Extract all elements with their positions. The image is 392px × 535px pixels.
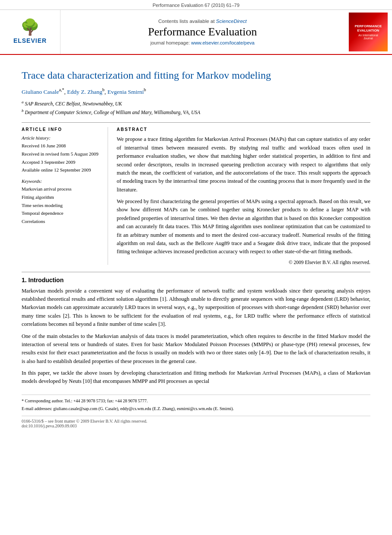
homepage-label: journal homepage: <box>150 40 190 45</box>
sciencedirect-link[interactable]: ScienceDirect <box>216 19 247 24</box>
sciencedirect-line: Contents lists available at ScienceDirec… <box>158 19 247 24</box>
intro-para-1: Markovian models provide a convenient wa… <box>22 287 370 329</box>
elsevier-logo-area: 🌳 ELSEVIER <box>0 10 61 54</box>
introduction-section: 1. Introduction Markovian models provide… <box>22 277 370 386</box>
author-casale: Giuliano Casale <box>22 89 59 95</box>
journal-info-top: Performance Evaluation 67 (2010) 61–79 <box>153 3 239 8</box>
copyright-line: © 2009 Elsevier B.V. All rights reserved… <box>117 260 370 265</box>
article-info-label: ARTICLE INFO <box>22 127 101 132</box>
elsevier-logo: 🌳 ELSEVIER <box>13 19 47 45</box>
sciencedirect-label: Contents lists available at <box>158 19 214 24</box>
two-col-section: ARTICLE INFO Article history: Received 1… <box>22 122 370 264</box>
doi-line: doi:10.1016/j.peva.2009.09.003 <box>22 424 370 428</box>
footnote-email: E-mail addresses: giuliano.casale@sap.co… <box>22 405 370 412</box>
footnote-area: * Corresponding author. Tel.: +44 28 907… <box>22 395 370 412</box>
keyword-5: Correlations <box>22 217 101 226</box>
affiliation-a: a SAP Research, CEC Belfast, Newtownabbe… <box>22 99 370 108</box>
keywords-label: Keywords: <box>22 178 101 184</box>
logo-tree-icon: 🌳 <box>13 19 47 35</box>
revised-date: Received in revised form 5 August 2009 <box>22 150 101 158</box>
abstract-para-1: We propose a trace fitting algorithm for… <box>117 135 370 194</box>
introduction-body: Markovian models provide a convenient wa… <box>22 287 370 386</box>
abstract-para-2: We proceed by first characterizing the g… <box>117 197 370 256</box>
section-divider <box>22 272 370 272</box>
abstract-label: ABSTRACT <box>117 127 370 132</box>
keyword-2: Fitting algorithm <box>22 193 101 201</box>
affiliations: a SAP Research, CEC Belfast, Newtownabbe… <box>22 99 370 116</box>
journal-header: Performance Evaluation 67 (2010) 61–79 <box>0 0 392 10</box>
homepage-line: journal homepage: www.elsevier.com/locat… <box>150 40 255 45</box>
keyword-4: Temporal dependence <box>22 209 101 217</box>
author-smirni: Evgenia Smirni <box>107 89 143 95</box>
keyword-1: Markovian arrival process <box>22 185 101 193</box>
cover-title: PERFORMANCEEVALUATION <box>355 24 382 32</box>
main-content: Trace data characterization and fitting … <box>0 55 392 435</box>
journal-title-header: Performance Evaluation <box>148 25 257 38</box>
available-date: Available online 12 September 2009 <box>22 166 101 174</box>
article-info-col: ARTICLE INFO Article history: Received 1… <box>22 127 108 264</box>
author-zhang: Eddy Z. Zhang <box>67 89 102 95</box>
issn-line: 0166-5316/$ – see front matter © 2009 El… <box>22 419 370 424</box>
journal-center: Contents lists available at ScienceDirec… <box>61 10 344 54</box>
footnote-star: * Corresponding author. Tel.: +44 28 907… <box>22 398 370 404</box>
accepted-date: Accepted 3 September 2009 <box>22 158 101 166</box>
homepage-link[interactable]: www.elsevier.com/locate/peva <box>191 40 255 45</box>
keywords-block: Keywords: Markovian arrival process Fitt… <box>22 178 101 225</box>
journal-top-bar: 🌳 ELSEVIER Contents lists available at S… <box>0 10 392 55</box>
page-wrapper: Performance Evaluation 67 (2010) 61–79 🌳… <box>0 0 392 435</box>
article-history-block: Article history: Received 16 June 2008 R… <box>22 135 101 174</box>
intro-para-2: One of the main obstacles to the Markovi… <box>22 332 370 366</box>
intro-para-3: In this paper, we tackle the above issue… <box>22 369 370 386</box>
elsevier-brand: ELSEVIER <box>13 37 47 45</box>
paper-title: Trace data characterization and fitting … <box>22 69 370 82</box>
history-label: Article history: <box>22 135 101 140</box>
journal-cover: PERFORMANCEEVALUATION An InternationalJo… <box>349 13 388 51</box>
introduction-heading: 1. Introduction <box>22 277 370 283</box>
email-addresses: giuliano.casale@sap.com (G. Casale), edd… <box>53 406 234 411</box>
authors-line: Giuliano Casalea,*, Eddy Z. Zhangb, Evge… <box>22 86 370 96</box>
keyword-3: Time series modeling <box>22 201 101 210</box>
cover-subtitle: An InternationalJournal <box>358 34 378 40</box>
abstract-col: ABSTRACT We propose a trace fitting algo… <box>117 127 370 264</box>
affiliation-b: b Department of Computer Science, Colleg… <box>22 108 370 116</box>
email-label: E-mail addresses: <box>22 406 52 411</box>
abstract-text: We propose a trace fitting algorithm for… <box>117 135 370 256</box>
journal-cover-area: PERFORMANCEEVALUATION An InternationalJo… <box>344 10 392 54</box>
bottom-bar: 0166-5316/$ – see front matter © 2009 El… <box>22 416 370 428</box>
received-date: Received 16 June 2008 <box>22 142 101 150</box>
